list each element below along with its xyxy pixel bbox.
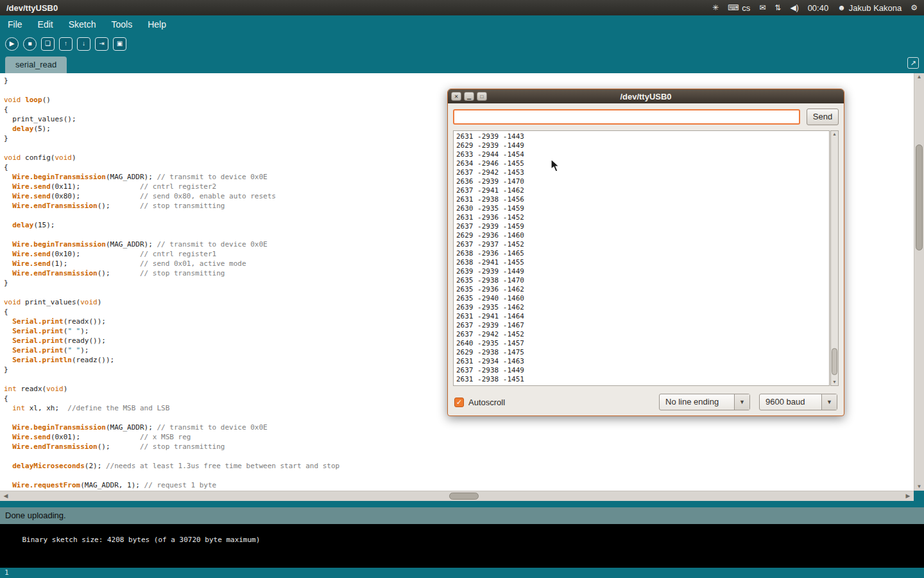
open-button[interactable]: ↑ [59,37,73,51]
serial-scroll-up-icon[interactable]: ▲ [831,131,838,137]
menu-help[interactable]: Help [148,19,166,30]
keyboard-indicator[interactable]: ⌨cs [728,3,750,13]
user-icon: ☻ [837,4,846,12]
editor-vertical-scrollbar[interactable]: ▲ ▼ [914,73,924,491]
maximize-button[interactable]: □ [477,92,487,101]
scroll-left-arrow-icon[interactable]: ◀ [1,491,10,501]
gear-icon: ⚙ [911,4,918,12]
code-line: Wire.endTransmission(); // stop transmit… [4,442,914,451]
clock-indicator-label: 00:40 [808,3,829,13]
serial-line: 2637 -2938 -1449 [456,366,826,375]
window-buttons: ✕▁□ [451,92,487,101]
serial-monitor-titlebar[interactable]: /dev/ttyUSB0 ✕▁□ [448,89,844,103]
line-ending-value: No line ending [660,394,734,410]
menu-bar: FileEditSketchToolsHelp [0,15,924,33]
serial-line: 2631 -2939 -1443 [456,132,826,141]
serial-line: 2637 -2939 -1459 [456,222,826,231]
code-line: Wire.send(0x01); // x MSB reg [4,432,914,442]
tab-label: serial_read [15,60,56,69]
play-icon: ▶ [10,40,15,47]
tab-menu-button[interactable]: ↗ [907,57,919,69]
baud-rate-select[interactable]: 9600 baud ▼ [759,394,837,410]
serial-line: 2637 -2942 -1453 [456,168,826,177]
vertical-scrollbar-thumb[interactable] [916,144,923,250]
status-message: Done uploading. [5,511,66,520]
applet-indicator[interactable]: ✳ [712,4,719,12]
serial-line: 2640 -2935 -1457 [456,339,826,348]
autoscroll-label: Autoscroll [468,398,505,407]
serial-line: 2629 -2939 -1449 [456,141,826,150]
serial-line: 2639 -2939 -1449 [456,267,826,276]
scroll-down-arrow-icon[interactable]: ▼ [914,483,924,491]
serial-line: 2637 -2941 -1462 [456,186,826,195]
tab-serial-read[interactable]: serial_read [5,57,67,73]
line-ending-select[interactable]: No line ending ▼ [659,394,750,410]
serial-input-row: Send [453,109,839,125]
autoscroll-checkbox[interactable]: ✓ [454,398,464,407]
mail-indicator[interactable]: ✉ [759,4,766,12]
serial-line: 2633 -2944 -1454 [456,150,826,159]
serial-line: 2637 -2937 -1452 [456,240,826,249]
network-indicator[interactable]: ⇅ [774,4,781,12]
panel-window-title: /dev/ttyUSB0 [6,3,58,13]
status-bar: Done uploading. [0,507,924,524]
code-line: delayMicroseconds(2); //needs at least 1… [4,461,914,471]
horizontal-scrollbar-thumb[interactable] [449,493,479,500]
editor-horizontal-scrollbar[interactable]: ◀ ▶ [0,491,914,501]
serial-monitor-bottom-bar: ✓ Autoscroll No line ending ▼ 9600 baud … [454,393,837,411]
menu-edit[interactable]: Edit [38,19,53,30]
clock-indicator[interactable]: 00:40 [808,3,829,13]
save-button[interactable]: ↓ [77,37,90,51]
upload-button[interactable]: ⇥ [95,37,108,51]
user-menu[interactable]: ☻Jakub Kakona [837,3,902,13]
volume-icon: ◀) [790,4,798,12]
session-menu[interactable]: ⚙ [911,4,918,12]
new-sketch-button[interactable]: ❏ [41,37,55,51]
keyboard-indicator-label: cs [742,3,750,13]
menu-file[interactable]: File [8,19,22,30]
chevron-down-icon: ▼ [734,394,749,410]
close-button[interactable]: ✕ [451,92,461,101]
up-arrow-icon: ↑ [64,40,67,47]
serial-monitor-window: /dev/ttyUSB0 ✕▁□ Send 2631 -2939 -144326… [447,89,844,416]
volume-indicator[interactable]: ◀) [790,4,798,12]
scroll-right-arrow-icon[interactable]: ▶ [903,491,912,501]
serial-line: 2629 -2938 -1475 [456,348,826,357]
keyboard-icon: ⌨ [728,4,739,12]
menu-sketch[interactable]: Sketch [69,19,96,30]
serial-scrollbar-thumb[interactable] [832,348,837,375]
serial-monitor-title: /dev/ttyUSB0 [448,92,844,101]
network-arrows-icon: ⇅ [774,4,781,12]
toolbar: ▶■❏↑↓⇥▣ [0,33,924,54]
serial-monitor-button[interactable]: ▣ [113,37,126,51]
minimize-button[interactable]: ▁ [464,92,474,101]
stop-button[interactable]: ■ [23,37,37,51]
serial-line: 2629 -2936 -1460 [456,231,826,240]
serial-output[interactable]: 2631 -2939 -14432629 -2939 -14492633 -29… [453,130,830,386]
serial-line: 2638 -2936 -1465 [456,249,826,258]
code-line: Wire.requestFrom(MAG_ADDR, 1); // reques… [4,480,914,490]
serial-line: 2631 -2934 -1463 [456,357,826,366]
down-arrow-icon: ↓ [82,40,85,47]
code-line: } [4,76,914,85]
serial-line: 2639 -2935 -1462 [456,303,826,312]
send-button[interactable]: Send [807,109,839,125]
desktop: /dev/ttyUSB0 ✳⌨cs✉⇅◀)00:40☻Jakub Kakona⚙… [0,0,924,578]
top-panel: /dev/ttyUSB0 ✳⌨cs✉⇅◀)00:40☻Jakub Kakona⚙ [0,0,924,15]
serial-line: 2631 -2941 -1464 [456,312,826,321]
serial-line: 2638 -2941 -1455 [456,258,826,267]
scroll-up-arrow-icon[interactable]: ▲ [914,73,924,81]
serial-line: 2635 -2936 -1462 [456,285,826,294]
user-menu-label: Jakub Kakona [849,3,902,13]
serial-line: 2634 -2946 -1455 [456,159,826,168]
serial-line: 2635 -2940 -1460 [456,294,826,303]
verify-button[interactable]: ▶ [5,37,19,51]
serial-input[interactable] [453,109,800,125]
serial-line: 2631 -2938 -1451 [456,375,826,384]
console-text: Binary sketch size: 4208 bytes (of a 307… [22,536,261,544]
menu-tools[interactable]: Tools [112,19,133,30]
serial-scroll-down-icon[interactable]: ▼ [831,379,838,385]
serial-output-scrollbar[interactable]: ▲ ▼ [830,130,839,386]
chevron-down-icon: ▼ [821,394,837,410]
new-file-icon: ❏ [45,40,51,47]
